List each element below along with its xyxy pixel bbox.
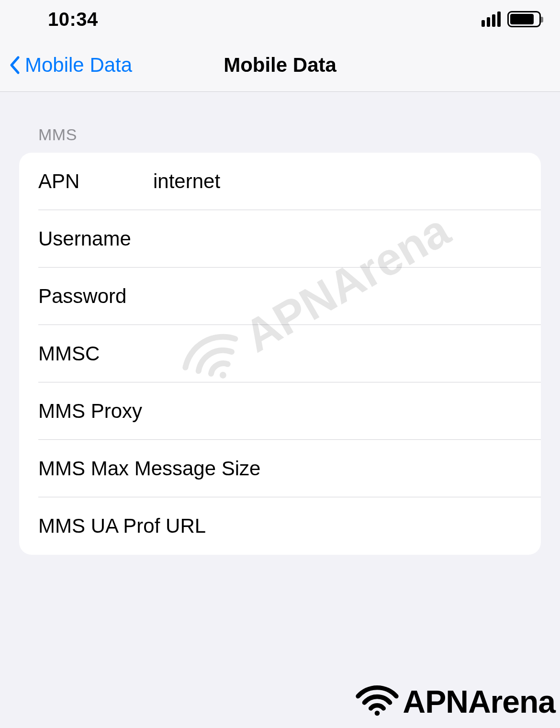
back-button[interactable]: Mobile Data	[0, 54, 132, 77]
back-label: Mobile Data	[25, 54, 132, 77]
row-mms-max-size[interactable]: MMS Max Message Size	[19, 440, 541, 497]
chevron-back-icon	[9, 56, 20, 75]
footer-logo: APNArena	[353, 679, 555, 724]
row-apn[interactable]: APN	[19, 153, 541, 210]
nav-bar: Mobile Data Mobile Data	[0, 38, 560, 92]
battery-icon	[507, 11, 541, 27]
mms-settings-group: APN Username Password MMSC MMS Proxy MMS…	[19, 153, 541, 555]
row-username[interactable]: Username	[19, 210, 541, 268]
row-password[interactable]: Password	[19, 268, 541, 325]
label-password: Password	[38, 285, 153, 308]
input-password[interactable]	[153, 285, 541, 308]
label-mms-proxy: MMS Proxy	[38, 400, 153, 423]
wifi-icon	[353, 679, 401, 724]
input-mms-ua-prof[interactable]	[206, 515, 541, 538]
input-mms-max-size[interactable]	[260, 457, 541, 480]
status-time: 10:34	[48, 9, 98, 30]
status-bar: 10:34	[0, 0, 560, 38]
label-mmsc: MMSC	[38, 342, 153, 365]
label-apn: APN	[38, 170, 153, 193]
section-header-mms: MMS	[0, 125, 560, 153]
input-username[interactable]	[153, 227, 541, 250]
row-mms-ua-prof[interactable]: MMS UA Prof URL	[19, 497, 541, 555]
row-mmsc[interactable]: MMSC	[19, 325, 541, 382]
status-right	[482, 11, 541, 27]
row-mms-proxy[interactable]: MMS Proxy	[19, 382, 541, 440]
svg-point-1	[374, 711, 380, 716]
input-mms-proxy[interactable]	[153, 400, 541, 423]
content-area: MMS APN Username Password MMSC MMS Proxy…	[0, 92, 560, 728]
input-apn[interactable]	[153, 170, 541, 193]
label-mms-max-size: MMS Max Message Size	[38, 457, 260, 480]
footer-text: APNArena	[403, 683, 555, 720]
label-username: Username	[38, 227, 153, 250]
label-mms-ua-prof: MMS UA Prof URL	[38, 515, 206, 538]
cellular-signal-icon	[482, 11, 501, 27]
page-title: Mobile Data	[224, 54, 336, 77]
input-mmsc[interactable]	[153, 342, 541, 365]
